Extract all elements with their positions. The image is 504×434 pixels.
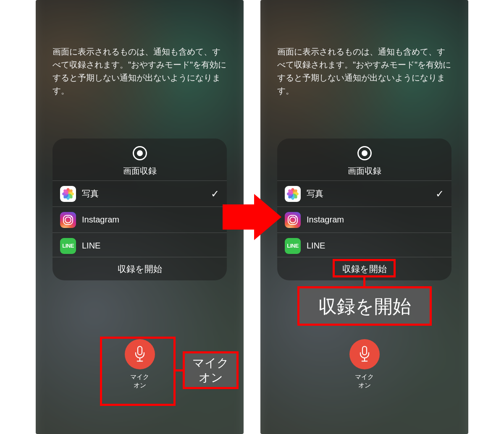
mic-status-label: マイクオン [355, 373, 374, 390]
app-label: LINE [82, 241, 219, 251]
svg-rect-4 [362, 346, 367, 355]
app-row-line[interactable]: LINE LINE [52, 233, 227, 257]
app-label: LINE [307, 241, 444, 251]
app-label: 写真 [82, 188, 205, 199]
app-row-photos[interactable]: 写真 ✓ [52, 180, 227, 207]
svg-rect-0 [138, 346, 142, 355]
app-list: 写真 ✓ Instagram LINE LINE [277, 180, 452, 257]
start-recording-button[interactable]: 収録を開始 [277, 257, 452, 280]
start-recording-button[interactable]: 収録を開始 [52, 257, 227, 280]
instagram-app-icon [60, 212, 76, 228]
app-list: 写真 ✓ Instagram LINE LINE [52, 180, 227, 257]
microphone-icon [358, 346, 371, 363]
screenshot-left: 画面に表示されるものは、通知も含めて、すべて収録されます。"おやすみモード"を有… [36, 0, 244, 434]
checkmark-icon: ✓ [436, 188, 444, 200]
photos-app-icon [285, 186, 301, 202]
callout-start-recording: 収録を開始 [297, 286, 432, 326]
screenshot-right: 画面に表示されるものは、通知も含めて、すべて収録されます。"おやすみモード"を有… [260, 0, 468, 434]
app-row-instagram[interactable]: Instagram [52, 207, 227, 233]
app-label: 写真 [307, 188, 430, 199]
callout-mic-on: マイク オン [183, 351, 239, 389]
microphone-toggle-button[interactable] [125, 339, 155, 369]
record-icon [133, 146, 147, 160]
app-row-line[interactable]: LINE LINE [277, 233, 452, 257]
notice-text-right: 画面に表示されるものは、通知も含めて、すべて収録されます。"おやすみモード"を有… [277, 45, 452, 97]
photos-app-icon [60, 186, 76, 202]
line-app-icon: LINE [285, 238, 301, 254]
arrow-icon [223, 192, 281, 242]
panel-title: 画面収録 [52, 165, 227, 177]
record-icon [357, 146, 372, 160]
app-row-photos[interactable]: 写真 ✓ [277, 180, 452, 207]
svg-marker-3 [223, 194, 281, 240]
highlight-connector [363, 277, 365, 286]
screen-recording-panel-left: 画面収録 [52, 139, 227, 280]
highlight-connector [176, 369, 183, 371]
app-label: Instagram [307, 215, 444, 225]
microphone-toggle-button[interactable] [349, 339, 380, 369]
app-row-instagram[interactable]: Instagram [277, 207, 452, 233]
app-label: Instagram [82, 215, 219, 225]
notice-text-left: 画面に表示されるものは、通知も含めて、すべて収録されます。"おやすみモード"を有… [52, 45, 227, 97]
screen-recording-panel-right: 画面収録 [277, 139, 452, 280]
mic-status-label: マイクオン [130, 373, 149, 390]
instagram-app-icon [285, 212, 301, 228]
checkmark-icon: ✓ [211, 188, 219, 200]
panel-title: 画面収録 [277, 165, 452, 177]
line-app-icon: LINE [60, 238, 76, 254]
microphone-icon [134, 346, 146, 363]
